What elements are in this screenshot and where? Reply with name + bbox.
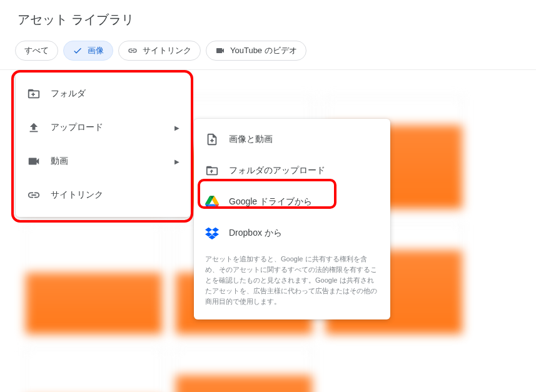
menu-item-sitelink[interactable]: サイトリンク [16, 178, 191, 212]
asset-card [175, 347, 313, 392]
menu-item-upload-label: アップロード [51, 122, 103, 133]
chip-images[interactable]: 画像 [63, 41, 113, 61]
submenu-item-folder-upload-label: フォルダのアップロード [229, 165, 325, 176]
submenu-item-dropbox-label: Dropbox から [229, 228, 282, 239]
google-drive-icon [205, 195, 219, 209]
file-add-icon [205, 133, 219, 146]
add-asset-menu: フォルダ アップロード ▶ 動画 ▶ サイトリンク [16, 72, 191, 217]
chip-all-label: すべて [24, 45, 49, 56]
dropbox-icon [205, 226, 219, 240]
menu-item-upload[interactable]: アップロード ▶ [16, 111, 191, 144]
submenu-item-google-drive-label: Google ドライブから [229, 196, 312, 208]
chevron-right-icon: ▶ [174, 124, 180, 131]
chevron-right-icon: ▶ [174, 158, 180, 165]
upload-icon [27, 121, 41, 134]
page-title: アセット ライブラリ [0, 0, 536, 37]
menu-item-folder[interactable]: フォルダ [16, 77, 191, 111]
chip-youtube[interactable]: YouTube のビデオ [206, 41, 306, 61]
filter-bar: すべて 画像 サイトリンク YouTube のビデオ [0, 37, 536, 70]
upload-submenu: 画像と動画 フォルダのアップロード Google ドライブから Dropbox … [194, 119, 390, 319]
submenu-item-google-drive[interactable]: Google ドライブから [194, 186, 390, 218]
link-icon [27, 188, 41, 202]
upload-disclaimer: アセットを追加すると、Google に共有する権利を含め、そのアセットに関するす… [194, 249, 390, 314]
video-icon [27, 154, 41, 168]
link-icon [128, 46, 138, 56]
menu-item-folder-label: フォルダ [51, 88, 86, 99]
menu-item-video-label: 動画 [51, 156, 68, 167]
submenu-item-dropbox[interactable]: Dropbox から [194, 218, 390, 249]
submenu-item-images-videos-label: 画像と動画 [229, 134, 273, 145]
menu-item-video[interactable]: 動画 ▶ [16, 144, 191, 178]
chip-all[interactable]: すべて [15, 41, 58, 61]
chip-sitelinks[interactable]: サイトリンク [118, 41, 201, 61]
asset-card [25, 347, 163, 392]
submenu-item-images-videos[interactable]: 画像と動画 [194, 124, 390, 155]
menu-item-sitelink-label: サイトリンク [51, 189, 103, 201]
check-icon [73, 46, 83, 56]
submenu-item-folder-upload[interactable]: フォルダのアップロード [194, 155, 390, 186]
video-icon [215, 46, 225, 56]
chip-images-label: 画像 [88, 45, 104, 56]
folder-upload-icon [205, 164, 219, 178]
chip-youtube-label: YouTube のビデオ [230, 45, 297, 56]
asset-card [25, 222, 163, 334]
folder-add-icon [27, 87, 41, 101]
chip-sitelinks-label: サイトリンク [143, 45, 191, 56]
